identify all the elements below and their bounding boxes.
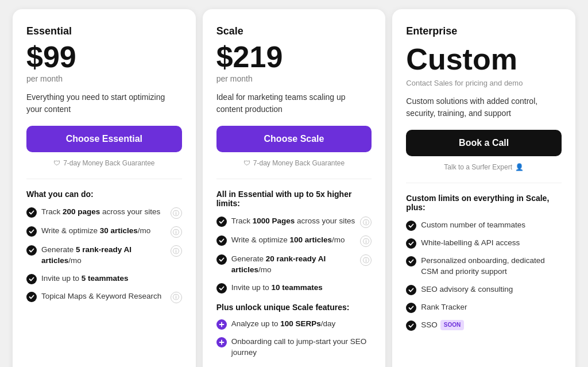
feature-item: Invite up to 10 teammates (216, 283, 372, 293)
feature-item: Track 200 pages across your sitesⓘ (26, 207, 182, 219)
check-icon (406, 221, 416, 231)
check-icon (216, 254, 227, 265)
plus-icon (216, 319, 227, 330)
features-title: All in Essential with up to 5x higher li… (216, 190, 372, 208)
feature-item: Invite up to 5 teammates (26, 273, 182, 284)
feature-item: Rank Tracker (406, 302, 562, 313)
feature-item: Topical Maps & Keyword Researchⓘ (26, 291, 182, 303)
feature-item: Write & optimize 30 articles/moⓘ (26, 226, 182, 238)
shield-icon: 🛡 (243, 159, 250, 167)
check-icon (26, 245, 37, 256)
features-title: What you can do: (26, 190, 182, 199)
check-icon (26, 226, 37, 237)
cta-button-essential[interactable]: Choose Essential (26, 126, 182, 152)
sub-section-title: Plus unlock unique Scale features: (216, 303, 372, 312)
cta-button-scale[interactable]: Choose Scale (216, 126, 372, 152)
feature-item: Track 1000 Pages across your sitesⓘ (216, 216, 372, 228)
feature-item: Personalized onboarding, dedicated CSM a… (406, 256, 562, 277)
check-icon (216, 217, 227, 227)
check-icon (406, 320, 416, 331)
plan-description: Everything you need to start optimizing … (26, 91, 182, 115)
section-divider (26, 179, 182, 179)
feature-item: SEO advisory & consulting (406, 284, 562, 295)
feature-item: White-labelling & API access (406, 238, 562, 249)
check-icon (406, 256, 416, 266)
feature-item: Generate 20 rank-ready AI articles/moⓘ (216, 254, 372, 276)
feature-item: Write & optimize 100 articles/moⓘ (216, 235, 372, 247)
feature-item: Generate 5 rank-ready AI articles/moⓘ (26, 245, 182, 266)
guarantee-text: 🛡7-day Money Back Guarantee (216, 159, 372, 167)
feature-item: Analyze up to 100 SERPs/day (216, 319, 372, 330)
feature-info-button[interactable]: ⓘ (360, 235, 372, 247)
plan-card-essential: Essential$99per monthEverything you need… (13, 9, 196, 367)
plan-card-scale: Scale$219per monthIdeal for marketing te… (203, 9, 386, 367)
guarantee-text: 🛡7-day Money Back Guarantee (26, 159, 182, 167)
feature-item: Custom number of teammates (406, 220, 562, 231)
plus-icon (216, 337, 227, 347)
plan-card-enterprise: EnterpriseCustomContact Sales for pricin… (392, 9, 575, 367)
section-divider (406, 183, 562, 183)
shield-icon: 🛡 (53, 159, 60, 167)
plan-price-period: per month (216, 74, 372, 83)
check-icon (216, 283, 227, 293)
plan-description: Custom solutions with added control, sec… (406, 95, 562, 119)
feature-item: SSOSOON (406, 320, 562, 331)
expert-icon: 👤 (515, 163, 524, 171)
check-icon (406, 285, 416, 295)
cta-button-enterprise[interactable]: Book a Call (406, 130, 562, 156)
soon-badge: SOON (440, 320, 464, 330)
check-icon (26, 292, 37, 302)
check-icon (26, 207, 37, 218)
features-title: Custom limits on everything in Scale, pl… (406, 194, 562, 212)
talk-expert-text[interactable]: Talk to a Surfer Expert👤 (406, 163, 562, 171)
plan-name: Enterprise (406, 25, 562, 37)
plan-price: $99 (26, 42, 182, 72)
contact-sales: Contact Sales for pricing and demo (406, 79, 562, 87)
feature-info-button[interactable]: ⓘ (171, 226, 182, 238)
feature-info-button[interactable]: ⓘ (360, 217, 372, 228)
feature-item: Onboarding call to jump-start your SEO j… (216, 337, 372, 358)
check-icon (216, 235, 227, 246)
feature-info-button[interactable]: ⓘ (360, 254, 372, 266)
check-icon (406, 238, 416, 249)
check-icon (26, 274, 37, 284)
feature-info-button[interactable]: ⓘ (171, 207, 182, 219)
feature-info-button[interactable]: ⓘ (171, 292, 182, 303)
plan-name: Essential (26, 25, 182, 37)
plan-name: Scale (216, 25, 372, 37)
pricing-container: Essential$99per monthEverything you need… (9, 9, 579, 367)
plan-price: Custom (406, 42, 562, 76)
plan-price: $219 (216, 42, 372, 72)
check-icon (406, 303, 416, 313)
section-divider (216, 179, 372, 179)
plan-price-period: per month (26, 74, 182, 83)
feature-info-button[interactable]: ⓘ (171, 245, 182, 257)
plan-description: Ideal for marketing teams scaling up con… (216, 91, 372, 115)
